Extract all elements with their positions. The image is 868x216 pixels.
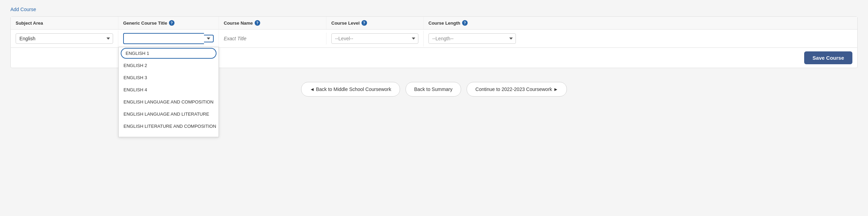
course-name-input[interactable]	[224, 36, 321, 41]
back-middle-school-button[interactable]: ◄ Back to Middle School Coursework	[301, 82, 400, 97]
table-header: Subject Area Generic Course Title ? Cour…	[11, 17, 857, 30]
dropdown-item-english-3[interactable]: ENGLISH 3	[119, 72, 219, 84]
header-course-name: Course Name ?	[219, 17, 326, 29]
course-name-help-icon[interactable]: ?	[255, 20, 260, 26]
generic-title-help-icon[interactable]: ?	[169, 20, 175, 26]
save-course-button[interactable]: Save Course	[804, 51, 852, 64]
course-level-select[interactable]: --Level--	[331, 33, 418, 44]
header-course-name-label: Course Name	[224, 20, 253, 26]
header-subject-area-label: Subject Area	[16, 20, 43, 26]
dropdown-item-english-lang-lit[interactable]: ENGLISH LANGUAGE AND LITERATURE	[119, 108, 219, 120]
dropdown-item-english-lit-comp[interactable]: ENGLISH LITERATURE AND COMPOSITION	[119, 120, 219, 132]
header-course-level: Course Level ?	[326, 17, 424, 29]
table-row: English ENGLISH 1ENGLISH 2ENGLISH 3ENGLI	[11, 30, 857, 48]
generic-title-dropdown-menu: ENGLISH 1ENGLISH 2ENGLISH 3ENGLISH 4ENGL…	[118, 47, 219, 137]
generic-title-dropdown-button[interactable]	[204, 35, 214, 42]
generic-title-wrapper	[123, 33, 214, 44]
course-length-help-icon[interactable]: ?	[462, 20, 468, 26]
add-course-link[interactable]: Add Course	[10, 7, 36, 12]
continue-button[interactable]: Continue to 2022-2023 Coursework ►	[467, 82, 567, 97]
course-length-cell: --Length--	[424, 31, 521, 47]
dropdown-item-english-lang-comp[interactable]: ENGLISH LANGUAGE AND COMPOSITION	[119, 96, 219, 108]
generic-title-cell: ENGLISH 1ENGLISH 2ENGLISH 3ENGLISH 4ENGL…	[118, 30, 219, 47]
course-table: Subject Area Generic Course Title ? Cour…	[10, 16, 858, 68]
continue-label: Continue to 2022-2023 Coursework ►	[475, 86, 558, 92]
course-level-help-icon[interactable]: ?	[361, 20, 367, 26]
course-name-cell	[219, 33, 326, 44]
course-level-cell: --Level--	[326, 31, 424, 47]
header-generic-course-title: Generic Course Title ?	[118, 17, 219, 29]
header-course-length: Course Length ?	[424, 17, 521, 29]
subject-area-select[interactable]: English	[16, 33, 113, 44]
dropdown-item-english-1[interactable]: ENGLISH 1	[121, 48, 216, 59]
header-generic-title-label: Generic Course Title	[123, 20, 167, 26]
header-subject-area: Subject Area	[11, 17, 118, 29]
course-length-select[interactable]: --Length--	[428, 33, 516, 44]
back-summary-label: Back to Summary	[414, 86, 452, 92]
back-summary-button[interactable]: Back to Summary	[406, 82, 461, 97]
page-container: Add Course Subject Area Generic Course T…	[0, 0, 868, 216]
generic-title-input[interactable]	[123, 33, 204, 44]
subject-area-cell: English	[11, 31, 118, 47]
dropdown-item-english-literature[interactable]: ENGLISH LITERATURE	[119, 132, 219, 137]
header-course-length-label: Course Length	[428, 20, 460, 26]
dropdown-item-english-2[interactable]: ENGLISH 2	[119, 59, 219, 72]
dropdown-item-english-4[interactable]: ENGLISH 4	[119, 84, 219, 96]
back-middle-school-label: ◄ Back to Middle School Coursework	[310, 86, 391, 92]
header-course-level-label: Course Level	[331, 20, 360, 26]
chevron-down-icon	[207, 38, 210, 40]
